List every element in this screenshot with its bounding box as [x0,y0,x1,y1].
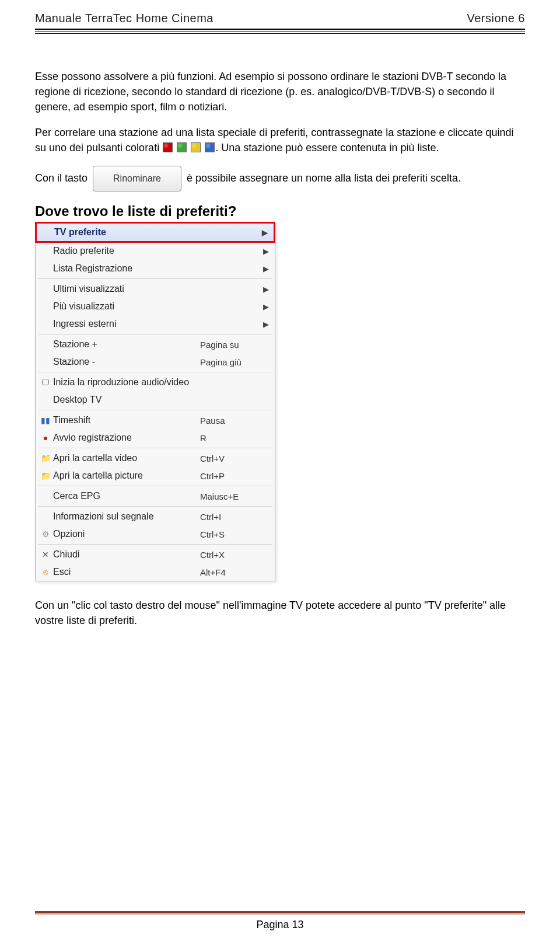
menu-item-label: Ingressi esterni [52,319,263,329]
menu-item-label: Opzioni [52,529,200,539]
footer-rule-thin [35,915,525,915]
paragraph-2b: . Una stazione può essere contenuta in p… [215,142,439,154]
record-icon: ● [39,433,52,442]
menu-shortcut: Ctrl+P [200,471,270,481]
menu-cerca-epg[interactable]: Cerca EPG Maiusc+E [36,487,275,505]
menu-item-label: Cerca EPG [52,491,200,501]
menu-piu-visualizzati[interactable]: Più visualizzati ▶ [36,298,275,315]
menu-item-label: Esci [52,567,200,577]
menu-shortcut: Ctrl+I [200,512,270,522]
chevron-right-icon: ▶ [263,285,270,294]
menu-separator [38,486,272,486]
menu-item-label: Avvio registrazione [52,433,200,443]
chevron-right-icon: ▶ [263,320,270,329]
folder-icon: 📁 [39,454,52,463]
rename-button[interactable]: Rinominare [93,166,181,191]
menu-item-label: Timeshift [52,415,200,426]
chevron-right-icon: ▶ [262,228,269,237]
menu-item-label: Desktop TV [52,395,200,405]
menu-chiudi[interactable]: ✕ Chiudi Ctrl+X [36,546,275,563]
paragraph-3a: Con il tasto [35,172,90,184]
menu-item-label: Stazione - [52,357,200,367]
menu-shortcut: Pagina giù [200,357,270,367]
close-icon: ✕ [39,550,52,559]
header-rule [35,29,525,32]
menu-shortcut: Ctrl+S [200,529,270,539]
menu-shortcut: Maiusc+E [200,491,270,501]
folder-icon: 📁 [39,471,52,480]
chevron-right-icon: ▶ [263,302,270,311]
menu-timeshift[interactable]: ▮▮ Timeshift Pausa [36,412,275,429]
menu-separator [38,372,272,372]
menu-stazione-plus[interactable]: Stazione + Pagina su [36,336,275,353]
menu-info-segnale[interactable]: Informazioni sul segnale Ctrl+I [36,508,275,525]
gear-icon: ⚙ [39,529,52,539]
menu-item-label: Apri la cartella picture [52,470,200,481]
paragraph-1: Esse possono assolvere a più funzioni. A… [35,69,525,114]
menu-item-label: TV preferite [53,227,262,238]
monitor-icon: 🖵 [39,378,52,387]
menu-shortcut: R [200,433,270,443]
menu-shortcut: Ctrl+V [200,454,270,463]
menu-separator [38,544,272,545]
header-title: Manuale TerraTec Home Cinema [35,12,214,25]
paragraph-2: Per correlare una stazione ad una lista … [35,125,525,155]
menu-avvio-registrazione[interactable]: ● Avvio registrazione R [36,429,275,447]
header-rule-thin [35,33,525,34]
header-version: Versione 6 [467,12,525,25]
menu-tv-preferite[interactable]: TV preferite ▶ [37,224,274,241]
menu-desktop-tv[interactable]: Desktop TV [36,391,275,409]
paragraph-3: Con il tasto Rinominare è possibile asse… [35,166,525,191]
menu-esci[interactable]: ⎋ Esci Alt+F4 [36,563,275,581]
chevron-right-icon: ▶ [263,264,270,273]
pause-icon: ▮▮ [39,416,52,425]
footer-rule-thick [35,911,525,913]
menu-shortcut: Alt+F4 [200,567,270,577]
menu-apri-cartella-picture[interactable]: 📁 Apri la cartella picture Ctrl+P [36,467,275,484]
menu-radio-preferite[interactable]: Radio preferite ▶ [36,242,275,260]
menu-apri-cartella-video[interactable]: 📁 Apri la cartella video Ctrl+V [36,449,275,467]
menu-separator [38,506,272,507]
menu-item-label: Lista Registrazione [52,263,263,274]
page-number: Pagina 13 [35,919,525,931]
chevron-right-icon: ▶ [263,247,270,256]
menu-shortcut: Ctrl+X [200,550,270,560]
context-menu: TV preferite ▶ Radio preferite ▶ Lista R… [35,222,275,581]
menu-item-label: Apri la cartella video [52,453,200,463]
menu-separator [38,278,272,279]
exit-icon: ⎋ [39,567,52,577]
menu-opzioni[interactable]: ⚙ Opzioni Ctrl+S [36,525,275,543]
menu-ingressi-esterni[interactable]: Ingressi esterni ▶ [36,315,275,333]
menu-item-label: Radio preferite [52,246,263,256]
menu-inizia-riproduzione[interactable]: 🖵 Inizia la riproduzione audio/video [36,374,275,391]
menu-separator [38,448,272,448]
menu-shortcut: Pausa [200,416,270,426]
section-heading: Dove trovo le liste di preferiti? [35,203,525,219]
menu-separator [38,334,272,334]
menu-item-label: Ultimi visualizzati [52,284,263,294]
yellow-dot-icon[interactable] [191,142,201,152]
blue-dot-icon[interactable] [205,142,215,152]
menu-ultimi-visualizzati[interactable]: Ultimi visualizzati ▶ [36,280,275,298]
menu-item-label: Più visualizzati [52,301,263,312]
menu-item-label: Chiudi [52,549,200,560]
menu-lista-registrazione[interactable]: Lista Registrazione ▶ [36,260,275,277]
green-dot-icon[interactable] [177,142,187,152]
paragraph-after-menu: Con un "clic col tasto destro del mouse"… [35,598,525,628]
menu-shortcut: Pagina su [200,340,270,350]
menu-item-label: Stazione + [52,339,200,350]
menu-item-label: Inizia la riproduzione audio/video [52,377,200,388]
red-dot-icon[interactable] [163,142,173,152]
menu-stazione-minus[interactable]: Stazione - Pagina giù [36,353,275,371]
menu-separator [38,410,272,410]
paragraph-3b: è possibile assegnare un nome alla lista… [187,172,461,184]
menu-item-label: Informazioni sul segnale [52,511,200,522]
